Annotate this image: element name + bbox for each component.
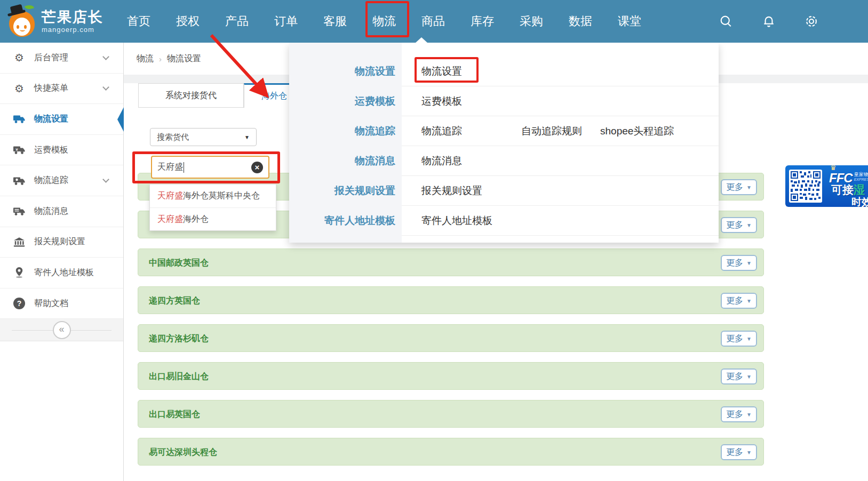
search-input[interactable]: 天府盛 ×: [151, 156, 269, 179]
gear-icon[interactable]: [804, 14, 819, 29]
more-button[interactable]: 更多▼: [721, 293, 757, 309]
truck-icon: [13, 114, 26, 124]
warehouse-row-chukou1-uk: 出口易英国仓 更多▼: [138, 400, 764, 428]
help-icon: ?: [13, 298, 26, 309]
nav-item-service[interactable]: 客服: [323, 13, 347, 29]
banner-sub-cn: 皇家物流: [854, 172, 868, 178]
chevron-down-icon: [102, 84, 109, 91]
nav-item-classroom[interactable]: 课堂: [618, 13, 641, 29]
tab-system-forwarder[interactable]: 系统对接货代: [138, 83, 244, 108]
mega-link-customs-rules[interactable]: 报关规则设置: [421, 176, 482, 206]
warehouse-row-china-post-uk: 中国邮政英国仓 更多▼: [138, 248, 764, 276]
address-pin-icon: [13, 267, 26, 278]
sidebar-item-logistics-tracking[interactable]: 物流追踪: [0, 165, 123, 196]
suggestion-item[interactable]: 天府盛海外仓莫斯科中央仓: [150, 185, 276, 207]
brand-name: 芒果店长: [42, 10, 103, 25]
sidebar-item-freight-template[interactable]: ¥ 运费模板: [0, 135, 123, 166]
suggestion-item[interactable]: 天府盛海外仓: [150, 207, 276, 230]
more-button[interactable]: 更多▼: [721, 444, 757, 460]
text-cursor: [184, 162, 184, 173]
sidebar-collapse-button[interactable]: «: [53, 321, 71, 339]
more-button[interactable]: 更多▼: [721, 368, 757, 384]
svg-text:¥: ¥: [15, 147, 18, 152]
mega-left-sender-address[interactable]: 寄件人地址模板: [289, 206, 402, 236]
nav-item-goods[interactable]: 商品: [421, 13, 445, 29]
search-icon[interactable]: [719, 14, 734, 29]
sidebar-item-help-docs[interactable]: ? 帮助文档: [0, 288, 123, 319]
dropdown-pointer-caret: [416, 37, 427, 43]
breadcrumb-parent[interactable]: 物流: [137, 53, 154, 65]
search-input-value: 天府盛: [157, 162, 183, 173]
caret-down-icon: ▼: [746, 450, 752, 455]
mega-left-logistics-settings[interactable]: 物流设置: [289, 57, 402, 86]
nav-item-auth[interactable]: 授权: [176, 13, 200, 29]
mega-link-auto-tracking-rules[interactable]: 自动追踪规则: [521, 116, 582, 146]
quick-menu-gear-icon: ⚙: [13, 82, 26, 95]
top-navbar: 芒果店长 mangoerp.com 首页 授权 产品 订单 客服 物流 商品 库…: [0, 0, 868, 43]
truck-message-icon: [13, 206, 26, 216]
mega-link-logistics-settings[interactable]: 物流设置: [421, 57, 462, 86]
mega-link-sender-address[interactable]: 寄件人地址模板: [421, 206, 492, 236]
main-menu: 首页 授权 产品 订单 客服 物流 商品 库存 采购 数据 课堂: [127, 0, 641, 43]
mega-link-shopee-first-leg-tracking[interactable]: shopee头程追踪: [600, 116, 674, 146]
sidebar-item-logistics-message[interactable]: 物流消息: [0, 196, 123, 227]
more-button[interactable]: 更多▼: [721, 406, 757, 422]
sidebar-item-sender-address[interactable]: 寄件人地址模板: [0, 258, 123, 288]
warehouse-row-4px-la: 递四方洛杉矶仓 更多▼: [138, 324, 764, 352]
caret-down-icon: ▼: [746, 412, 752, 418]
brand-domain: mangoerp.com: [42, 26, 103, 33]
sidebar: ⚙ 后台管理 ⚙ 快捷菜单 物流设置 ¥ 运费模板 物流追踪 物流消息 报: [0, 43, 124, 481]
warehouse-row-4px-uk: 递四方英国仓 更多▼: [138, 286, 764, 314]
qr-code: [789, 170, 822, 203]
nav-item-order[interactable]: 订单: [274, 13, 298, 29]
nav-item-purchase[interactable]: 采购: [520, 13, 543, 29]
ffc-promo-banner[interactable]: ♛ FFC 皇家物流 EXPRESS 可接湿 时效: [785, 165, 868, 207]
logistics-mega-menu: 物流设置 运费模板 物流追踪 物流消息 报关规则设置 寄件人地址模板 物流设置 …: [289, 43, 719, 243]
mega-left-freight-template[interactable]: 运费模板: [289, 86, 402, 116]
bell-icon[interactable]: [761, 14, 776, 29]
nav-item-inventory[interactable]: 库存: [471, 13, 494, 29]
mega-left-logistics-message[interactable]: 物流消息: [289, 146, 402, 176]
caret-down-icon: ▼: [746, 185, 752, 190]
suggestion-dropdown: 天府盛海外仓莫斯科中央仓 天府盛海外仓: [149, 184, 276, 231]
banner-line2: 时效: [851, 195, 868, 207]
caret-down-icon: ▼: [746, 298, 752, 304]
chevron-down-icon: [102, 53, 109, 60]
mega-link-freight-template[interactable]: 运费模板: [421, 86, 462, 116]
warehouse-row-chukou1-sf: 出口易旧金山仓 更多▼: [138, 362, 764, 390]
caret-down-icon: ▼: [746, 222, 752, 228]
caret-down-icon: ▼: [244, 134, 250, 140]
breadcrumb-separator: ›: [159, 54, 162, 63]
gear-icon: ⚙: [13, 51, 26, 64]
truck-fee-icon: ¥: [13, 145, 26, 155]
sidebar-item-logistics-settings[interactable]: 物流设置: [0, 104, 123, 135]
clear-input-icon[interactable]: ×: [251, 162, 263, 173]
sidebar-item-customs-rules[interactable]: 报关规则设置: [0, 227, 123, 258]
caret-down-icon: ▼: [746, 260, 752, 266]
forwarder-select[interactable]: 搜索货代 ▼: [150, 128, 257, 146]
mega-left-customs-rules[interactable]: 报关规则设置: [289, 176, 402, 206]
caret-down-icon: ▼: [746, 336, 752, 342]
customs-bank-icon: [13, 237, 26, 247]
mega-left-logistics-tracking[interactable]: 物流追踪: [289, 116, 402, 146]
brand-logo[interactable]: 芒果店长 mangoerp.com: [7, 4, 122, 39]
mango-logo-icon: [7, 5, 37, 38]
sidebar-item-quick-menu[interactable]: ⚙ 快捷菜单: [0, 74, 123, 105]
active-menu-marker: [117, 107, 124, 132]
more-button[interactable]: 更多▼: [721, 255, 757, 271]
mega-link-logistics-message[interactable]: 物流消息: [421, 146, 462, 176]
nav-item-home[interactable]: 首页: [127, 13, 150, 29]
banner-sub-en: EXPRESS: [854, 178, 868, 182]
nav-item-product[interactable]: 产品: [225, 13, 249, 29]
warehouse-row-ekeda-shenzhen: 易可达深圳头程仓 更多▼: [138, 438, 764, 466]
more-button[interactable]: 更多▼: [721, 331, 757, 347]
mega-menu-left-column: 物流设置 运费模板 物流追踪 物流消息 报关规则设置 寄件人地址模板: [289, 43, 402, 243]
more-button[interactable]: 更多▼: [721, 217, 757, 233]
more-button[interactable]: 更多▼: [721, 179, 757, 195]
chevron-down-icon: [102, 176, 109, 183]
app-root: 芒果店长 mangoerp.com 首页 授权 产品 订单 客服 物流 商品 库…: [0, 0, 868, 481]
nav-item-logistics[interactable]: 物流: [372, 13, 396, 29]
sidebar-item-backend[interactable]: ⚙ 后台管理: [0, 43, 123, 74]
mega-link-logistics-tracking[interactable]: 物流追踪: [421, 116, 462, 146]
nav-item-data[interactable]: 数据: [569, 13, 592, 29]
